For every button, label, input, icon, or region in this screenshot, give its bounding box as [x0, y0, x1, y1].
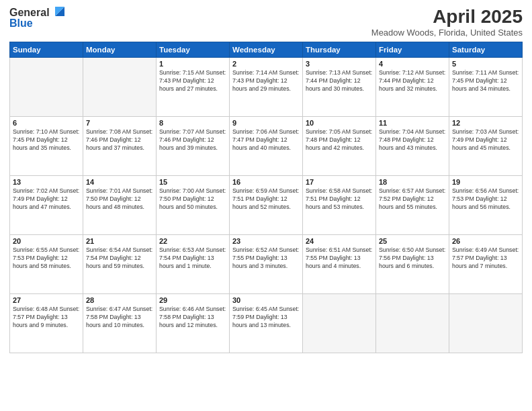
calendar-table: SundayMondayTuesdayWednesdayThursdayFrid…: [9, 42, 523, 353]
day-header-sunday: Sunday: [10, 42, 83, 57]
calendar-cell: 18Sunrise: 6:57 AM Sunset: 7:52 PM Dayli…: [376, 175, 449, 234]
calendar-cell: 20Sunrise: 6:55 AM Sunset: 7:53 PM Dayli…: [10, 234, 83, 293]
logo: General Blue: [9, 7, 66, 30]
day-number: 20: [13, 237, 80, 245]
calendar-cell: 11Sunrise: 7:04 AM Sunset: 7:48 PM Dayli…: [376, 116, 449, 175]
page: General Blue April 2025 Meadow Woods, Fl…: [0, 0, 532, 411]
calendar-cell: [376, 293, 449, 353]
day-info: Sunrise: 6:49 AM Sunset: 7:57 PM Dayligh…: [452, 246, 519, 271]
day-number: 9: [232, 119, 300, 127]
calendar-cell: 1Sunrise: 7:15 AM Sunset: 7:43 PM Daylig…: [157, 57, 230, 116]
day-info: Sunrise: 7:01 AM Sunset: 7:50 PM Dayligh…: [86, 187, 153, 212]
calendar-cell: 16Sunrise: 6:59 AM Sunset: 7:51 PM Dayli…: [230, 175, 303, 234]
day-info: Sunrise: 6:59 AM Sunset: 7:51 PM Dayligh…: [232, 187, 300, 212]
page-title: April 2025: [371, 7, 523, 28]
day-info: Sunrise: 7:03 AM Sunset: 7:49 PM Dayligh…: [452, 128, 519, 152]
day-info: Sunrise: 7:14 AM Sunset: 7:43 PM Dayligh…: [232, 69, 300, 93]
calendar-cell: 8Sunrise: 7:07 AM Sunset: 7:46 PM Daylig…: [157, 116, 230, 175]
calendar-cell: 26Sunrise: 6:49 AM Sunset: 7:57 PM Dayli…: [449, 234, 523, 293]
day-header-tuesday: Tuesday: [157, 42, 230, 57]
day-number: 27: [13, 296, 80, 304]
day-number: 11: [379, 119, 446, 127]
day-number: 10: [306, 119, 373, 127]
day-info: Sunrise: 7:05 AM Sunset: 7:48 PM Dayligh…: [306, 128, 373, 152]
day-number: 12: [452, 119, 519, 127]
day-info: Sunrise: 6:50 AM Sunset: 7:56 PM Dayligh…: [379, 246, 446, 271]
calendar-cell: 22Sunrise: 6:53 AM Sunset: 7:54 PM Dayli…: [157, 234, 230, 293]
calendar-cell: [10, 57, 83, 116]
calendar-cell: 4Sunrise: 7:12 AM Sunset: 7:44 PM Daylig…: [376, 57, 449, 116]
day-header-saturday: Saturday: [449, 42, 523, 57]
day-number: 23: [232, 237, 300, 245]
day-info: Sunrise: 7:15 AM Sunset: 7:43 PM Dayligh…: [159, 69, 226, 93]
day-info: Sunrise: 7:08 AM Sunset: 7:46 PM Dayligh…: [86, 128, 153, 152]
day-number: 30: [232, 296, 300, 304]
calendar-cell: 28Sunrise: 6:47 AM Sunset: 7:58 PM Dayli…: [83, 293, 157, 353]
calendar-cell: 30Sunrise: 6:45 AM Sunset: 7:59 PM Dayli…: [230, 293, 303, 353]
calendar-cell: 25Sunrise: 6:50 AM Sunset: 7:56 PM Dayli…: [376, 234, 449, 293]
day-info: Sunrise: 7:12 AM Sunset: 7:44 PM Dayligh…: [379, 69, 446, 93]
day-number: 22: [159, 237, 226, 245]
page-subtitle: Meadow Woods, Florida, United States: [371, 28, 523, 38]
calendar-cell: 23Sunrise: 6:52 AM Sunset: 7:55 PM Dayli…: [230, 234, 303, 293]
day-number: 5: [452, 60, 519, 68]
calendar-cell: 3Sunrise: 7:13 AM Sunset: 7:44 PM Daylig…: [303, 57, 376, 116]
calendar-cell: 21Sunrise: 6:54 AM Sunset: 7:54 PM Dayli…: [83, 234, 157, 293]
calendar-cell: 14Sunrise: 7:01 AM Sunset: 7:50 PM Dayli…: [83, 175, 157, 234]
calendar-cell: 9Sunrise: 7:06 AM Sunset: 7:47 PM Daylig…: [230, 116, 303, 175]
calendar-cell: 7Sunrise: 7:08 AM Sunset: 7:46 PM Daylig…: [83, 116, 157, 175]
day-number: 24: [306, 237, 373, 245]
calendar-cell: 15Sunrise: 7:00 AM Sunset: 7:50 PM Dayli…: [157, 175, 230, 234]
calendar-week-4: 20Sunrise: 6:55 AM Sunset: 7:53 PM Dayli…: [10, 234, 523, 293]
day-info: Sunrise: 6:52 AM Sunset: 7:55 PM Dayligh…: [232, 246, 300, 271]
calendar-cell: 29Sunrise: 6:46 AM Sunset: 7:58 PM Dayli…: [157, 293, 230, 353]
calendar-cell: 5Sunrise: 7:11 AM Sunset: 7:45 PM Daylig…: [449, 57, 523, 116]
day-info: Sunrise: 7:02 AM Sunset: 7:49 PM Dayligh…: [13, 187, 80, 212]
day-info: Sunrise: 6:47 AM Sunset: 7:58 PM Dayligh…: [86, 306, 153, 330]
day-number: 28: [86, 296, 153, 304]
calendar-cell: 6Sunrise: 7:10 AM Sunset: 7:45 PM Daylig…: [10, 116, 83, 175]
day-info: Sunrise: 6:56 AM Sunset: 7:53 PM Dayligh…: [452, 187, 519, 212]
calendar-cell: 24Sunrise: 6:51 AM Sunset: 7:55 PM Dayli…: [303, 234, 376, 293]
day-number: 19: [452, 178, 519, 186]
day-info: Sunrise: 6:51 AM Sunset: 7:55 PM Dayligh…: [306, 246, 373, 271]
day-number: 29: [159, 296, 226, 304]
day-info: Sunrise: 7:06 AM Sunset: 7:47 PM Dayligh…: [232, 128, 300, 152]
day-number: 4: [379, 60, 446, 68]
day-header-thursday: Thursday: [303, 42, 376, 57]
day-info: Sunrise: 6:57 AM Sunset: 7:52 PM Dayligh…: [379, 187, 446, 212]
day-info: Sunrise: 6:58 AM Sunset: 7:51 PM Dayligh…: [306, 187, 373, 212]
day-info: Sunrise: 6:48 AM Sunset: 7:57 PM Dayligh…: [13, 306, 80, 330]
day-number: 25: [379, 237, 446, 245]
calendar-cell: 10Sunrise: 7:05 AM Sunset: 7:48 PM Dayli…: [303, 116, 376, 175]
day-info: Sunrise: 7:10 AM Sunset: 7:45 PM Dayligh…: [13, 128, 80, 152]
logo-icon: [51, 4, 66, 19]
day-info: Sunrise: 7:07 AM Sunset: 7:46 PM Dayligh…: [159, 128, 226, 152]
day-number: 3: [306, 60, 373, 68]
day-info: Sunrise: 6:46 AM Sunset: 7:58 PM Dayligh…: [159, 306, 226, 330]
day-number: 13: [13, 178, 80, 186]
day-header-friday: Friday: [376, 42, 449, 57]
header-row: SundayMondayTuesdayWednesdayThursdayFrid…: [10, 42, 523, 57]
day-number: 14: [86, 178, 153, 186]
day-header-wednesday: Wednesday: [230, 42, 303, 57]
day-number: 17: [306, 178, 373, 186]
calendar-week-1: 1Sunrise: 7:15 AM Sunset: 7:43 PM Daylig…: [10, 57, 523, 116]
calendar-cell: 12Sunrise: 7:03 AM Sunset: 7:49 PM Dayli…: [449, 116, 523, 175]
day-info: Sunrise: 6:55 AM Sunset: 7:53 PM Dayligh…: [13, 246, 80, 271]
calendar-cell: [449, 293, 523, 353]
calendar-cell: 27Sunrise: 6:48 AM Sunset: 7:57 PM Dayli…: [10, 293, 83, 353]
day-info: Sunrise: 7:04 AM Sunset: 7:48 PM Dayligh…: [379, 128, 446, 152]
calendar-cell: 17Sunrise: 6:58 AM Sunset: 7:51 PM Dayli…: [303, 175, 376, 234]
day-number: 18: [379, 178, 446, 186]
day-info: Sunrise: 6:53 AM Sunset: 7:54 PM Dayligh…: [159, 246, 226, 271]
day-info: Sunrise: 6:45 AM Sunset: 7:59 PM Dayligh…: [232, 306, 300, 330]
day-number: 6: [13, 119, 80, 127]
calendar-cell: 2Sunrise: 7:14 AM Sunset: 7:43 PM Daylig…: [230, 57, 303, 116]
logo-blue: Blue: [9, 17, 33, 30]
day-number: 21: [86, 237, 153, 245]
day-info: Sunrise: 6:54 AM Sunset: 7:54 PM Dayligh…: [86, 246, 153, 271]
calendar-cell: [83, 57, 157, 116]
calendar-week-2: 6Sunrise: 7:10 AM Sunset: 7:45 PM Daylig…: [10, 116, 523, 175]
day-number: 7: [86, 119, 153, 127]
